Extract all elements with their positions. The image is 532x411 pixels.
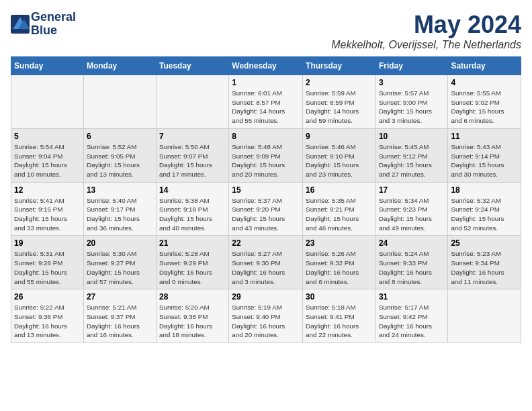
- calendar-day-cell: 17Sunrise: 5:34 AM Sunset: 9:23 PM Dayli…: [375, 182, 447, 236]
- calendar-day-cell: 10Sunrise: 5:45 AM Sunset: 9:12 PM Dayli…: [375, 128, 447, 182]
- calendar-day-cell: 16Sunrise: 5:35 AM Sunset: 9:21 PM Dayli…: [303, 182, 376, 236]
- day-number: 9: [306, 132, 373, 141]
- main-title: May 2024: [331, 11, 521, 39]
- logo-line1: General: [31, 11, 76, 24]
- calendar-day-cell: 7Sunrise: 5:50 AM Sunset: 9:07 PM Daylig…: [156, 128, 228, 182]
- calendar-day-cell: 11Sunrise: 5:43 AM Sunset: 9:14 PM Dayli…: [448, 128, 521, 182]
- calendar-day-cell: 3Sunrise: 5:57 AM Sunset: 9:00 PM Daylig…: [375, 75, 447, 129]
- calendar-day-cell: 29Sunrise: 5:19 AM Sunset: 9:40 PM Dayli…: [229, 289, 303, 343]
- calendar-day-cell: 26Sunrise: 5:22 AM Sunset: 9:36 PM Dayli…: [11, 289, 84, 343]
- day-info: Sunrise: 5:26 AM Sunset: 9:32 PM Dayligh…: [306, 249, 373, 286]
- logo-line2: Blue: [31, 24, 76, 38]
- day-info: Sunrise: 5:17 AM Sunset: 9:42 PM Dayligh…: [379, 303, 445, 340]
- logo-icon: [11, 15, 30, 34]
- calendar-week-row: 12Sunrise: 5:41 AM Sunset: 9:15 PM Dayli…: [11, 182, 521, 236]
- day-info: Sunrise: 6:01 AM Sunset: 8:57 PM Dayligh…: [232, 89, 300, 126]
- calendar-day-cell: 27Sunrise: 5:21 AM Sunset: 9:37 PM Dayli…: [83, 289, 156, 343]
- calendar-day-cell: 24Sunrise: 5:24 AM Sunset: 9:33 PM Dayli…: [375, 236, 447, 289]
- day-info: Sunrise: 5:22 AM Sunset: 9:36 PM Dayligh…: [14, 303, 81, 340]
- day-info: Sunrise: 5:30 AM Sunset: 9:27 PM Dayligh…: [87, 249, 153, 286]
- calendar-day-cell: 9Sunrise: 5:46 AM Sunset: 9:10 PM Daylig…: [303, 128, 376, 182]
- day-number: 31: [379, 292, 445, 302]
- day-number: 1: [232, 78, 300, 87]
- calendar-day-cell: 31Sunrise: 5:17 AM Sunset: 9:42 PM Dayli…: [375, 289, 447, 343]
- day-number: 5: [14, 132, 81, 141]
- weekday-header-row: SundayMondayTuesdayWednesdayThursdayFrid…: [11, 57, 521, 75]
- calendar-day-cell: 5Sunrise: 5:54 AM Sunset: 9:04 PM Daylig…: [11, 128, 84, 182]
- calendar-day-cell: 25Sunrise: 5:23 AM Sunset: 9:34 PM Dayli…: [448, 236, 521, 289]
- calendar-table: SundayMondayTuesdayWednesdayThursdayFrid…: [11, 56, 521, 343]
- day-info: Sunrise: 5:54 AM Sunset: 9:04 PM Dayligh…: [14, 142, 81, 179]
- day-info: Sunrise: 5:46 AM Sunset: 9:10 PM Dayligh…: [306, 142, 373, 179]
- day-number: 4: [451, 78, 518, 87]
- calendar-day-cell: 1Sunrise: 6:01 AM Sunset: 8:57 PM Daylig…: [229, 75, 303, 129]
- subtitle: Mekkelholt, Overijssel, The Netherlands: [331, 39, 521, 51]
- calendar-day-cell: 6Sunrise: 5:52 AM Sunset: 9:05 PM Daylig…: [83, 128, 156, 182]
- calendar-day-cell: 19Sunrise: 5:31 AM Sunset: 9:26 PM Dayli…: [11, 236, 84, 289]
- day-number: 19: [14, 238, 81, 248]
- day-number: 29: [232, 292, 300, 302]
- day-number: 11: [451, 132, 518, 141]
- day-number: 13: [87, 185, 153, 195]
- day-info: Sunrise: 5:48 AM Sunset: 9:09 PM Dayligh…: [232, 142, 300, 179]
- day-number: 26: [14, 292, 81, 302]
- day-info: Sunrise: 5:20 AM Sunset: 9:38 PM Dayligh…: [159, 303, 226, 340]
- day-number: 22: [232, 238, 300, 248]
- day-info: Sunrise: 5:59 AM Sunset: 8:59 PM Dayligh…: [306, 89, 373, 126]
- day-number: 16: [306, 185, 373, 195]
- calendar-day-cell: 2Sunrise: 5:59 AM Sunset: 8:59 PM Daylig…: [303, 75, 376, 129]
- calendar-body: 1Sunrise: 6:01 AM Sunset: 8:57 PM Daylig…: [11, 75, 521, 343]
- day-info: Sunrise: 5:28 AM Sunset: 9:29 PM Dayligh…: [159, 249, 226, 286]
- day-number: 12: [14, 185, 81, 195]
- day-info: Sunrise: 5:41 AM Sunset: 9:15 PM Dayligh…: [14, 196, 81, 233]
- day-info: Sunrise: 5:55 AM Sunset: 9:02 PM Dayligh…: [451, 89, 518, 126]
- calendar-week-row: 26Sunrise: 5:22 AM Sunset: 9:36 PM Dayli…: [11, 289, 521, 343]
- calendar-week-row: 5Sunrise: 5:54 AM Sunset: 9:04 PM Daylig…: [11, 128, 521, 182]
- day-info: Sunrise: 5:27 AM Sunset: 9:30 PM Dayligh…: [232, 249, 300, 286]
- day-info: Sunrise: 5:18 AM Sunset: 9:41 PM Dayligh…: [306, 303, 373, 340]
- day-number: 8: [232, 132, 300, 141]
- calendar-week-row: 19Sunrise: 5:31 AM Sunset: 9:26 PM Dayli…: [11, 236, 521, 289]
- day-info: Sunrise: 5:31 AM Sunset: 9:26 PM Dayligh…: [14, 249, 81, 286]
- day-info: Sunrise: 5:19 AM Sunset: 9:40 PM Dayligh…: [232, 303, 300, 340]
- calendar-day-cell: 8Sunrise: 5:48 AM Sunset: 9:09 PM Daylig…: [229, 128, 303, 182]
- calendar-day-cell: [448, 289, 521, 343]
- calendar-day-cell: 23Sunrise: 5:26 AM Sunset: 9:32 PM Dayli…: [303, 236, 376, 289]
- day-number: 3: [379, 78, 445, 87]
- calendar-day-cell: 30Sunrise: 5:18 AM Sunset: 9:41 PM Dayli…: [303, 289, 376, 343]
- day-number: 17: [379, 185, 445, 195]
- calendar-day-cell: 28Sunrise: 5:20 AM Sunset: 9:38 PM Dayli…: [156, 289, 228, 343]
- day-number: 15: [232, 185, 300, 195]
- day-number: 24: [379, 238, 445, 248]
- calendar-day-cell: 18Sunrise: 5:32 AM Sunset: 9:24 PM Dayli…: [448, 182, 521, 236]
- day-info: Sunrise: 5:24 AM Sunset: 9:33 PM Dayligh…: [379, 249, 445, 286]
- calendar-day-cell: 4Sunrise: 5:55 AM Sunset: 9:02 PM Daylig…: [448, 75, 521, 129]
- weekday-header: Friday: [375, 57, 447, 75]
- day-info: Sunrise: 5:37 AM Sunset: 9:20 PM Dayligh…: [232, 196, 300, 233]
- day-number: 27: [87, 292, 153, 302]
- day-info: Sunrise: 5:38 AM Sunset: 9:18 PM Dayligh…: [159, 196, 226, 233]
- day-number: 18: [451, 185, 518, 195]
- weekday-header: Monday: [83, 57, 156, 75]
- day-number: 30: [306, 292, 373, 302]
- calendar-header: SundayMondayTuesdayWednesdayThursdayFrid…: [11, 57, 521, 75]
- page-header: General Blue May 2024 Mekkelholt, Overij…: [11, 11, 521, 51]
- title-block: May 2024 Mekkelholt, Overijssel, The Net…: [331, 11, 521, 51]
- day-number: 14: [159, 185, 226, 195]
- calendar-day-cell: 22Sunrise: 5:27 AM Sunset: 9:30 PM Dayli…: [229, 236, 303, 289]
- calendar-day-cell: 21Sunrise: 5:28 AM Sunset: 9:29 PM Dayli…: [156, 236, 228, 289]
- day-number: 25: [451, 238, 518, 248]
- weekday-header: Saturday: [448, 57, 521, 75]
- calendar-day-cell: [156, 75, 228, 129]
- calendar-day-cell: [83, 75, 156, 129]
- day-info: Sunrise: 5:23 AM Sunset: 9:34 PM Dayligh…: [451, 249, 518, 286]
- day-number: 28: [159, 292, 226, 302]
- calendar-day-cell: 15Sunrise: 5:37 AM Sunset: 9:20 PM Dayli…: [229, 182, 303, 236]
- day-info: Sunrise: 5:50 AM Sunset: 9:07 PM Dayligh…: [159, 142, 226, 179]
- day-info: Sunrise: 5:34 AM Sunset: 9:23 PM Dayligh…: [379, 196, 445, 233]
- weekday-header: Tuesday: [156, 57, 228, 75]
- day-number: 7: [159, 132, 226, 141]
- calendar-week-row: 1Sunrise: 6:01 AM Sunset: 8:57 PM Daylig…: [11, 75, 521, 129]
- calendar-day-cell: 12Sunrise: 5:41 AM Sunset: 9:15 PM Dayli…: [11, 182, 84, 236]
- calendar-day-cell: 13Sunrise: 5:40 AM Sunset: 9:17 PM Dayli…: [83, 182, 156, 236]
